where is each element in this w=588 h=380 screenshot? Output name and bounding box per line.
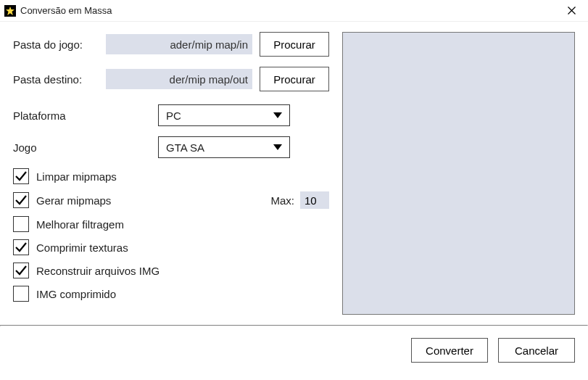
titlebar: Conversão em Massa	[0, 0, 588, 22]
dest-folder-input[interactable]	[106, 69, 252, 89]
game-label: Jogo	[13, 141, 151, 154]
compress-textures-checkbox[interactable]	[13, 239, 29, 255]
app-icon	[4, 5, 16, 17]
close-button[interactable]	[555, 0, 588, 22]
compressed-img-checkbox[interactable]	[13, 286, 29, 302]
game-folder-label: Pasta do jogo:	[13, 38, 99, 51]
improve-filtering-label: Melhorar filtragem	[36, 218, 124, 231]
chevron-down-icon	[273, 112, 282, 118]
window-title: Conversão em Massa	[20, 5, 555, 16]
rebuild-img-checkbox[interactable]	[13, 263, 29, 278]
max-mipmaps-input[interactable]	[300, 191, 329, 209]
compress-textures-label: Comprimir texturas	[36, 241, 128, 254]
game-select[interactable]: GTA SA	[158, 136, 290, 158]
preview-panel	[342, 32, 575, 315]
improve-filtering-checkbox[interactable]	[13, 216, 29, 232]
game-select-value: GTA SA	[166, 141, 204, 154]
clear-mipmaps-checkbox[interactable]	[13, 168, 29, 184]
rebuild-img-label: Reconstruir arquivos IMG	[36, 265, 160, 277]
dest-folder-label: Pasta destino:	[13, 73, 99, 86]
max-label: Max:	[270, 194, 294, 207]
svg-marker-0	[6, 7, 15, 15]
browse-game-folder-button[interactable]: Procurar	[260, 32, 329, 57]
platform-label: Plataforma	[13, 110, 151, 122]
browse-dest-folder-button[interactable]: Procurar	[260, 67, 329, 91]
cancel-button[interactable]: Cancelar	[498, 338, 575, 363]
convert-button[interactable]: Converter	[411, 338, 488, 363]
platform-select-value: PC	[166, 110, 181, 122]
chevron-down-icon	[273, 144, 282, 150]
game-folder-input[interactable]	[106, 34, 252, 54]
platform-select[interactable]: PC	[158, 104, 290, 126]
gen-mipmaps-label: Gerar mipmaps	[36, 194, 111, 207]
gen-mipmaps-checkbox[interactable]	[13, 192, 29, 208]
clear-mipmaps-label: Limpar mipmaps	[36, 170, 117, 183]
compressed-img-label: IMG comprimido	[36, 288, 116, 300]
